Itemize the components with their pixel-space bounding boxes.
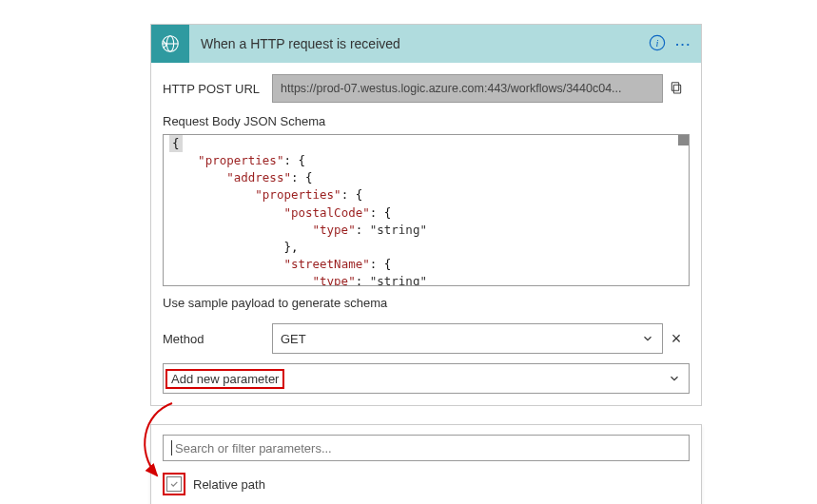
svg-text:i: i (656, 37, 659, 48)
globe-request-icon (151, 25, 189, 63)
http-post-url-value[interactable]: https://prod-07.westus.logic.azure.com:4… (272, 74, 663, 103)
svg-rect-6 (671, 82, 678, 90)
relative-path-checkbox[interactable] (166, 476, 182, 492)
option-relative-path[interactable]: Relative path (163, 473, 690, 495)
copy-url-button[interactable] (663, 80, 690, 98)
parameter-dropdown-panel: Search or filter parameters... Relative … (150, 424, 702, 504)
add-param-label: Add new parameter (171, 372, 279, 386)
chevron-down-icon (668, 372, 681, 385)
url-label: HTTP POST URL (163, 82, 272, 96)
more-icon[interactable]: ··· (675, 37, 691, 51)
card-title: When a HTTP request is received (189, 36, 649, 51)
chevron-down-icon (641, 332, 654, 345)
method-value: GET (281, 332, 306, 346)
add-param-highlight: Add new parameter (165, 369, 284, 389)
svg-rect-5 (673, 85, 680, 93)
clear-method-button[interactable]: × (663, 329, 690, 349)
method-label: Method (163, 332, 272, 346)
method-select[interactable]: GET (272, 323, 663, 354)
filter-placeholder: Search or filter parameters... (175, 441, 332, 456)
scroll-thumb[interactable] (678, 135, 689, 145)
http-trigger-card: When a HTTP request is received i ··· HT… (150, 24, 702, 406)
http-post-url-row: HTTP POST URL https://prod-07.westus.log… (163, 74, 690, 103)
schema-textarea[interactable]: { "properties": { "address": { "properti… (163, 134, 690, 286)
card-header: When a HTTP request is received i ··· (151, 25, 701, 63)
use-sample-payload-link[interactable]: Use sample payload to generate schema (163, 296, 690, 310)
info-icon[interactable]: i (649, 34, 666, 54)
add-new-parameter-dropdown[interactable]: Add new parameter (163, 363, 690, 394)
schema-label: Request Body JSON Schema (163, 114, 690, 128)
parameter-filter-input[interactable]: Search or filter parameters... (163, 435, 690, 461)
checkbox-highlight (163, 473, 185, 495)
relative-path-label: Relative path (193, 477, 265, 492)
